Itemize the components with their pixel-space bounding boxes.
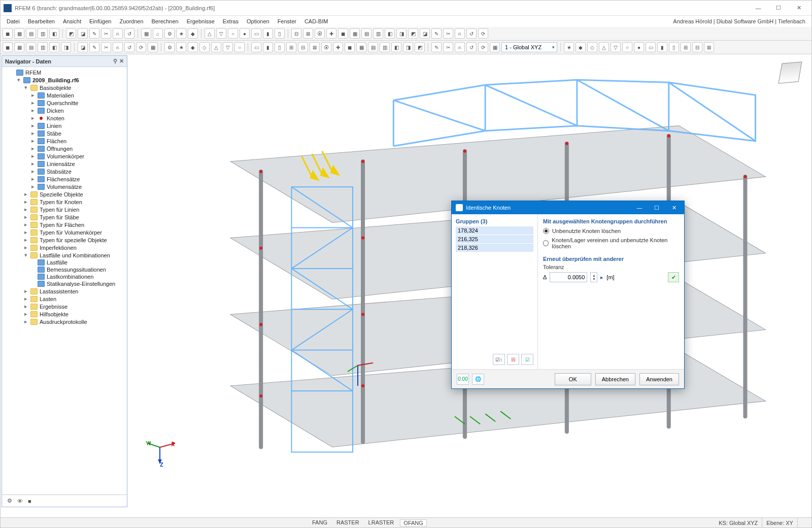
- toolbar-button[interactable]: ↺: [466, 42, 477, 52]
- toolbar-button[interactable]: ◪: [420, 28, 430, 39]
- toolbar-button[interactable]: ⚙: [164, 42, 175, 52]
- toolbar-button[interactable]: ▯: [669, 42, 679, 52]
- toolbar-button[interactable]: ▮: [263, 42, 273, 52]
- tree-item[interactable]: Lastassistenten: [40, 288, 78, 294]
- toolbar-button[interactable]: ✚: [326, 28, 336, 39]
- toolbar-button[interactable]: ◧: [385, 28, 395, 39]
- toolbar-button[interactable]: ▽: [216, 28, 226, 39]
- toolbar-button[interactable]: ▦: [14, 28, 24, 39]
- toolbar-button[interactable]: ★: [564, 42, 574, 52]
- toolbar-button[interactable]: ▤: [361, 28, 371, 39]
- toolbar-button[interactable]: ▦: [490, 42, 500, 52]
- menu-fenster[interactable]: Fenster: [274, 17, 300, 26]
- toolbar-button[interactable]: ▯: [275, 42, 285, 52]
- toolbar-button[interactable]: ⌂: [153, 28, 163, 39]
- toolbar-button[interactable]: ▦: [14, 42, 24, 52]
- toolbar-button[interactable]: ⎌: [113, 28, 123, 39]
- tree-item[interactable]: Volumensätze: [47, 184, 82, 190]
- toolbar-button[interactable]: ◪: [78, 28, 88, 39]
- toolbar-button[interactable]: ▭: [646, 42, 656, 52]
- toolbar-button[interactable]: ⊠: [704, 42, 714, 52]
- toolbar-button[interactable]: ⦿: [321, 42, 331, 52]
- toolbar-button[interactable]: ◨: [396, 28, 407, 39]
- toolbar-button[interactable]: ⊞: [286, 42, 296, 52]
- toolbar-button[interactable]: ○: [228, 28, 238, 39]
- menu-optionen[interactable]: Optionen: [243, 17, 274, 26]
- tree-item[interactable]: Linien: [47, 123, 61, 129]
- toolbar-button[interactable]: ▥: [38, 42, 48, 52]
- toolbar-button[interactable]: ◪: [78, 42, 88, 52]
- toolbar-button[interactable]: ⎌: [455, 42, 465, 52]
- tree-item[interactable]: Öffnungen: [47, 146, 73, 152]
- toolbar-button[interactable]: ⊠: [303, 28, 313, 39]
- maximize-button[interactable]: ☐: [769, 3, 788, 14]
- toolbar-button[interactable]: ◩: [415, 42, 425, 52]
- tree-file[interactable]: 2009_Building.rf6: [32, 77, 79, 83]
- tolerance-input[interactable]: [550, 272, 587, 282]
- check-button[interactable]: ☑: [521, 354, 533, 365]
- tree-item[interactable]: Statikanalyse-Einstellungen: [47, 281, 115, 287]
- toolbar-button[interactable]: △: [211, 42, 221, 52]
- toolbar-button[interactable]: ✎: [89, 42, 99, 52]
- deselect-button[interactable]: ☒: [507, 354, 519, 365]
- nav-tab-settings-icon[interactable]: ⚙: [7, 498, 12, 504]
- toolbar-button[interactable]: ○: [234, 42, 245, 52]
- toolbar-button[interactable]: ⊟: [298, 42, 308, 52]
- toolbar-button[interactable]: ○: [622, 42, 632, 52]
- tree-item[interactable]: Materialien: [47, 92, 74, 98]
- coord-system-combo[interactable]: 1 - Global XYZ: [501, 42, 557, 52]
- ok-button[interactable]: OK: [555, 373, 591, 385]
- toolbar-button[interactable]: ✚: [333, 42, 343, 52]
- toolbar-button[interactable]: ✎: [431, 28, 442, 39]
- toolbar-button[interactable]: ✂: [443, 42, 453, 52]
- toolbar-button[interactable]: △: [205, 28, 215, 39]
- tree-loadcases[interactable]: Lastfälle und Kombinationen: [40, 252, 110, 258]
- toolbar-button[interactable]: ◨: [61, 42, 71, 52]
- tree-item[interactable]: Lastfälle: [47, 259, 67, 266]
- toolbar-button[interactable]: ★: [176, 28, 186, 39]
- tree-item[interactable]: Knoten: [47, 115, 64, 121]
- tree-item[interactable]: Typen für Volumenkörper: [40, 229, 102, 236]
- toolbar-button[interactable]: △: [599, 42, 609, 52]
- toolbar-button[interactable]: ⊞: [681, 42, 691, 52]
- tree-item[interactable]: Hilfsobjekte: [40, 311, 69, 317]
- toolbar-button[interactable]: ↺: [124, 28, 134, 39]
- toolbar-button[interactable]: ▭: [251, 28, 261, 39]
- toolbar-button[interactable]: ▯: [275, 28, 285, 39]
- snap-fang[interactable]: FANG: [309, 519, 330, 526]
- tree-item[interactable]: Stäbe: [47, 130, 61, 137]
- toolbar-button[interactable]: ↺: [466, 28, 477, 39]
- tree-item[interactable]: Ergebnisse: [40, 304, 67, 310]
- toolbar-button[interactable]: ▤: [26, 42, 36, 52]
- snap-lraster[interactable]: LRASTER: [365, 519, 397, 526]
- toolbar-button[interactable]: ✂: [101, 28, 111, 39]
- toolbar-button[interactable]: ▥: [373, 28, 383, 39]
- toolbar-button[interactable]: ◨: [403, 42, 413, 52]
- groups-list[interactable]: 178,324216,325218,326: [456, 226, 533, 252]
- tree-item[interactable]: Lastkombinationen: [47, 274, 93, 280]
- minimize-button[interactable]: —: [749, 3, 768, 14]
- tree-item[interactable]: Flächen: [47, 138, 66, 144]
- toolbar-button[interactable]: ▥: [38, 28, 48, 39]
- select-all-button[interactable]: ☑↕: [493, 354, 505, 365]
- group-row[interactable]: 216,325: [456, 235, 533, 244]
- toolbar-button[interactable]: ⊟: [291, 28, 301, 39]
- tree-item[interactable]: Imperfektionen: [40, 245, 77, 251]
- toolbar-button[interactable]: ⚙: [164, 28, 175, 39]
- tree-item[interactable]: Typen für Knoten: [40, 199, 82, 205]
- menu-ansicht[interactable]: Ansicht: [59, 17, 85, 26]
- toolbar-button[interactable]: ▽: [611, 42, 621, 52]
- tree-item[interactable]: Dicken: [47, 108, 64, 114]
- snap-raster[interactable]: RASTER: [333, 519, 362, 526]
- tree-item[interactable]: Flächensätze: [47, 176, 80, 182]
- toolbar-button[interactable]: ●: [240, 28, 250, 39]
- toolbar-button[interactable]: ✂: [101, 42, 111, 52]
- close-button[interactable]: ✕: [789, 3, 808, 14]
- viewport-3d[interactable]: X Y Z Identische Knoten — ☐ ✕ Gruppen (3…: [128, 54, 811, 508]
- toolbar-button[interactable]: ↺: [124, 42, 134, 52]
- menu-extras[interactable]: Extras: [219, 17, 243, 26]
- menu-ergebnisse[interactable]: Ergebnisse: [183, 17, 219, 26]
- recheck-button[interactable]: ✔: [668, 272, 679, 282]
- tree-item[interactable]: Typen für spezielle Objekte: [40, 237, 107, 243]
- snap-ofang[interactable]: OFANG: [400, 519, 427, 526]
